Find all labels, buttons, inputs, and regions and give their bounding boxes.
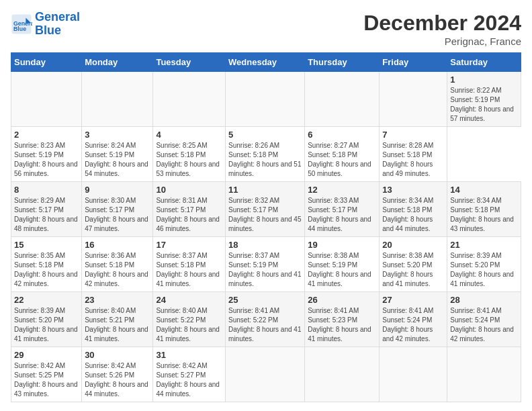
logo-line1: General [35,10,80,24]
empty-cell [305,72,380,127]
day-cell-20: 20 Sunrise: 8:38 AM Sunset: 5:20 PM Dayl… [380,237,447,292]
day-detail: Sunrise: 8:25 AM Sunset: 5:18 PM Dayligh… [156,141,222,179]
day-number: 28 [450,295,518,305]
day-number: 31 [156,350,222,360]
day-cell-12: 12 Sunrise: 8:33 AM Sunset: 5:17 PM Dayl… [305,182,380,237]
day-number: 20 [382,240,444,250]
day-cell-4: 4 Sunrise: 8:25 AM Sunset: 5:18 PM Dayli… [153,127,226,182]
header-tuesday: Tuesday [153,53,226,72]
logo-icon: General Blue [11,13,32,35]
day-detail: Sunrise: 8:27 AM Sunset: 5:18 PM Dayligh… [308,141,376,179]
empty-cell [380,347,447,402]
day-number: 7 [382,130,444,140]
day-detail: Sunrise: 8:39 AM Sunset: 5:20 PM Dayligh… [450,251,518,289]
day-detail: Sunrise: 8:22 AM Sunset: 5:19 PM Dayligh… [450,86,518,124]
day-detail: Sunrise: 8:36 AM Sunset: 5:18 PM Dayligh… [85,251,150,289]
day-number: 14 [450,185,518,195]
day-cell-25: 25 Sunrise: 8:41 AM Sunset: 5:22 PM Dayl… [226,292,305,347]
empty-cell [226,347,305,402]
day-number: 23 [85,295,150,305]
day-cell-13: 13 Sunrise: 8:34 AM Sunset: 5:18 PM Dayl… [380,182,447,237]
day-number: 6 [308,130,376,140]
day-detail: Sunrise: 8:41 AM Sunset: 5:23 PM Dayligh… [308,306,376,344]
logo-line2: Blue [35,24,61,37]
day-detail: Sunrise: 8:38 AM Sunset: 5:19 PM Dayligh… [308,251,376,289]
day-number: 8 [14,185,79,195]
empty-cell [447,347,521,402]
day-detail: Sunrise: 8:40 AM Sunset: 5:21 PM Dayligh… [85,306,150,344]
day-cell-30: 30 Sunrise: 8:42 AM Sunset: 5:26 PM Dayl… [82,347,153,402]
day-number: 19 [308,240,376,250]
day-cell-15: 15 Sunrise: 8:35 AM Sunset: 5:18 PM Dayl… [11,237,82,292]
day-detail: Sunrise: 8:30 AM Sunset: 5:17 PM Dayligh… [85,196,150,234]
day-cell-23: 23 Sunrise: 8:40 AM Sunset: 5:21 PM Dayl… [82,292,153,347]
day-detail: Sunrise: 8:24 AM Sunset: 5:19 PM Dayligh… [85,141,150,179]
day-detail: Sunrise: 8:33 AM Sunset: 5:17 PM Dayligh… [308,196,376,234]
day-detail: Sunrise: 8:29 AM Sunset: 5:17 PM Dayligh… [14,196,79,234]
calendar-header-row: SundayMondayTuesdayWednesdayThursdayFrid… [11,53,521,72]
day-detail: Sunrise: 8:34 AM Sunset: 5:18 PM Dayligh… [450,196,518,234]
day-number: 22 [14,295,79,305]
day-cell-24: 24 Sunrise: 8:40 AM Sunset: 5:22 PM Dayl… [153,292,226,347]
day-cell-29: 29 Sunrise: 8:42 AM Sunset: 5:25 PM Dayl… [11,347,82,402]
day-number: 18 [228,240,302,250]
day-number: 15 [14,240,79,250]
day-cell-7: 7 Sunrise: 8:28 AM Sunset: 5:18 PM Dayli… [380,127,447,182]
logo-text: General Blue [35,11,80,38]
day-cell-31: 31 Sunrise: 8:42 AM Sunset: 5:27 PM Dayl… [153,347,226,402]
day-detail: Sunrise: 8:28 AM Sunset: 5:18 PM Dayligh… [382,141,444,179]
calendar-week-5: 22 Sunrise: 8:39 AM Sunset: 5:20 PM Dayl… [11,292,521,347]
day-cell-9: 9 Sunrise: 8:30 AM Sunset: 5:17 PM Dayli… [82,182,153,237]
day-detail: Sunrise: 8:41 AM Sunset: 5:24 PM Dayligh… [382,306,444,344]
day-number: 10 [156,185,222,195]
day-number: 5 [228,130,302,140]
header-sunday: Sunday [11,53,82,72]
header-thursday: Thursday [305,53,380,72]
header-wednesday: Wednesday [226,53,305,72]
day-detail: Sunrise: 8:34 AM Sunset: 5:18 PM Dayligh… [382,196,444,234]
day-number: 12 [308,185,376,195]
day-detail: Sunrise: 8:41 AM Sunset: 5:24 PM Dayligh… [450,306,518,344]
day-number: 2 [14,130,79,140]
empty-cell [11,72,82,127]
day-detail: Sunrise: 8:23 AM Sunset: 5:19 PM Dayligh… [14,141,79,179]
day-cell-5: 5 Sunrise: 8:26 AM Sunset: 5:18 PM Dayli… [226,127,305,182]
day-detail: Sunrise: 8:35 AM Sunset: 5:18 PM Dayligh… [14,251,79,289]
day-number: 30 [85,350,150,360]
day-detail: Sunrise: 8:42 AM Sunset: 5:27 PM Dayligh… [156,361,222,399]
day-cell-8: 8 Sunrise: 8:29 AM Sunset: 5:17 PM Dayli… [11,182,82,237]
day-number: 13 [382,185,444,195]
day-number: 27 [382,295,444,305]
title-area: December 2024 Perignac, France [363,11,521,47]
day-cell-3: 3 Sunrise: 8:24 AM Sunset: 5:19 PM Dayli… [82,127,153,182]
day-cell-18: 18 Sunrise: 8:37 AM Sunset: 5:19 PM Dayl… [226,237,305,292]
day-number: 3 [85,130,150,140]
day-cell-22: 22 Sunrise: 8:39 AM Sunset: 5:20 PM Dayl… [11,292,82,347]
day-cell-21: 21 Sunrise: 8:39 AM Sunset: 5:20 PM Dayl… [447,237,521,292]
day-number: 1 [450,75,518,85]
day-detail: Sunrise: 8:37 AM Sunset: 5:19 PM Dayligh… [228,251,302,289]
day-cell-2: 2 Sunrise: 8:23 AM Sunset: 5:19 PM Dayli… [11,127,82,182]
day-number: 17 [156,240,222,250]
page-title: December 2024 [363,11,521,36]
header-friday: Friday [380,53,447,72]
day-detail: Sunrise: 8:31 AM Sunset: 5:17 PM Dayligh… [156,196,222,234]
day-cell-14: 14 Sunrise: 8:34 AM Sunset: 5:18 PM Dayl… [447,182,521,237]
empty-cell [226,72,305,127]
day-cell-27: 27 Sunrise: 8:41 AM Sunset: 5:24 PM Dayl… [380,292,447,347]
calendar-week-2: 2 Sunrise: 8:23 AM Sunset: 5:19 PM Dayli… [11,127,521,182]
calendar-table: SundayMondayTuesdayWednesdayThursdayFrid… [11,52,521,402]
day-number: 29 [14,350,79,360]
calendar-week-6: 29 Sunrise: 8:42 AM Sunset: 5:25 PM Dayl… [11,347,521,402]
day-cell-1: 1 Sunrise: 8:22 AM Sunset: 5:19 PM Dayli… [447,72,521,127]
day-number: 21 [450,240,518,250]
day-number: 11 [228,185,302,195]
day-cell-11: 11 Sunrise: 8:32 AM Sunset: 5:17 PM Dayl… [226,182,305,237]
day-cell-26: 26 Sunrise: 8:41 AM Sunset: 5:23 PM Dayl… [305,292,380,347]
day-detail: Sunrise: 8:42 AM Sunset: 5:25 PM Dayligh… [14,361,79,399]
calendar-week-3: 8 Sunrise: 8:29 AM Sunset: 5:17 PM Dayli… [11,182,521,237]
svg-text:Blue: Blue [13,26,26,32]
day-cell-17: 17 Sunrise: 8:37 AM Sunset: 5:18 PM Dayl… [153,237,226,292]
logo: General Blue General Blue [11,11,80,38]
day-number: 16 [85,240,150,250]
